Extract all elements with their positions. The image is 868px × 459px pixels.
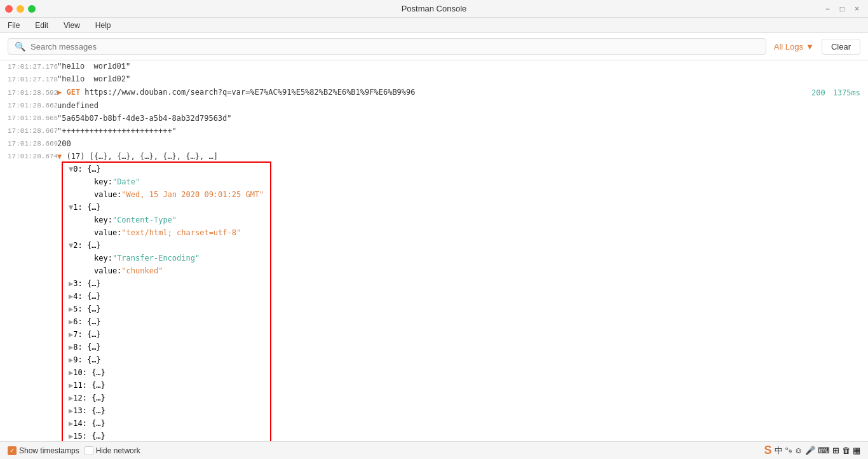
tree-item-1-label: 1: {…} [73,202,100,213]
tree-item-0-value-label: value: [94,189,121,200]
tree-item-14-expand-icon[interactable]: ▶ [69,418,73,429]
tree-item-13: ▶ 13: {…} [0,404,868,417]
tray-icon-mic[interactable]: 🎤 [805,446,815,455]
tree-item-7-label: 7: {…} [73,329,100,340]
maximize-button[interactable] [28,5,36,13]
window-controls [5,5,36,13]
tray-icon-s[interactable]: S [764,444,772,457]
window-title: Postman Console [402,4,467,13]
tree-item-0-key-value: "Date" [112,176,140,188]
log-line: 17:01:27.176 "hello world01" [0,60,868,73]
tree-item-6-expand-icon[interactable]: ▶ [69,316,73,327]
show-timestamps-label[interactable]: ✓ Show timestamps [8,446,79,455]
tray-icon-dot[interactable]: °₉ [785,446,792,455]
tray-icon-grid[interactable]: ⊞ [832,446,839,455]
search-input[interactable] [31,42,759,51]
tray-icon-smile[interactable]: ☺ [794,446,803,455]
tree-item-1-value-str: "text/html; charset=utf-8" [121,227,241,238]
tree-item-2-value: value: "chunked" [0,264,868,277]
show-timestamps-text: Show timestamps [19,446,79,455]
tree-item-10-expand-icon[interactable]: ▶ [69,367,73,378]
menu-help[interactable]: Help [93,20,114,31]
all-logs-button[interactable]: All Logs ▼ [774,42,814,51]
log-content: "hello world01" [57,61,868,72]
menu-view[interactable]: View [61,20,83,31]
clear-button[interactable]: Clear [822,39,860,55]
tree-item-11-label: 11: {…} [73,380,105,391]
log-line: 17:01:28.662 undefined [0,99,868,112]
tree-item-1-key: key: "Content-Type" [0,214,868,226]
tree-item-0-value: value: "Wed, 15 Jan 2020 09:01:25 GMT" [0,188,868,201]
tree-item-2-key: key: "Transfer-Encoding" [0,252,868,264]
tree-item-5: ▶ 5: {…} [0,303,868,315]
tree-item-4: ▶ 4: {…} [0,290,868,303]
win-minimize-btn[interactable]: − [822,3,834,15]
status-left: ✓ Show timestamps Hide network [8,446,140,455]
timestamp: 17:01:28.662 [0,100,57,111]
tree-item-11-expand-icon[interactable]: ▶ [69,380,73,391]
log-content: "++++++++++++++++++++++++" [57,125,868,137]
duration: 1375ms [833,87,860,99]
tray-icon-cn[interactable]: 中 [775,445,783,456]
tree-item-13-expand-icon[interactable]: ▶ [69,405,73,416]
tree-item-6-label: 6: {…} [73,316,100,327]
tray-icon-keyboard[interactable]: ⌨ [818,446,830,455]
hide-network-text: Hide network [96,446,140,455]
tree-item-8-expand-icon[interactable]: ▶ [69,341,73,353]
tray-icon-trash[interactable]: 🗑 [842,446,850,455]
tray-icon-settings[interactable]: ▦ [853,446,860,455]
tree-item-0-collapse-icon[interactable]: ▼ [69,163,73,175]
timestamp: 17:01:27.176 [0,61,57,72]
http-method: GET [66,88,80,97]
timestamp: 17:01:28.665 [0,113,57,124]
menu-file[interactable]: File [5,20,22,31]
tree-item-4-expand-icon[interactable]: ▶ [69,291,73,302]
tree-item-12: ▶ 12: {…} [0,392,868,404]
log-line: 17:01:27.178 "hello world02" [0,73,868,86]
tree-item-9-expand-icon[interactable]: ▶ [69,354,73,366]
hide-network-label[interactable]: Hide network [85,446,140,455]
minimize-button[interactable] [17,5,24,13]
status-bar: ✓ Show timestamps Hide network S 中 °₉ ☺ … [0,441,868,459]
show-timestamps-checkbox[interactable]: ✓ [8,446,17,455]
tree-item-3: ▶ 3: {…} [0,277,868,290]
menu-edit[interactable]: Edit [32,20,51,31]
tree-item-7: ▶ 7: {…} [0,328,868,341]
tree-item-11: ▶ 11: {…} [0,379,868,392]
tree-item-5-expand-icon[interactable]: ▶ [69,303,73,315]
tree-expand-icon[interactable]: ▼ [57,152,66,161]
tree-item-0-key: key: "Date" [0,175,868,188]
tree-item-8-label: 8: {…} [73,341,100,353]
tree-item-1-key-label: key: [94,214,112,226]
tree-item-4-label: 4: {…} [73,291,100,302]
tree-item-1-collapse-icon[interactable]: ▼ [69,202,73,213]
tree-root-summary: (17) [{…}, {…}, {…}, {…}, {…}, …] [66,152,217,161]
hide-network-checkbox[interactable] [85,446,93,455]
tree-item-7-expand-icon[interactable]: ▶ [69,329,73,340]
tree-item-2: ▼ 2: {…} [0,239,868,252]
timestamp: 17:01:28.674 [0,151,57,162]
win-close-btn[interactable]: × [851,3,863,15]
log-line: 17:01:28.669 200 [0,137,868,150]
log-line: 17:01:28.665 "5a654b07-b8bf-4de3-a5b4-8a… [0,112,868,125]
tree-item-8: ▶ 8: {…} [0,341,868,353]
toolbar: 🔍 All Logs ▼ Clear [0,33,868,60]
log-content: undefined [57,100,868,111]
tree-item-2-collapse-icon[interactable]: ▼ [69,240,73,251]
tree-item-3-expand-icon[interactable]: ▶ [69,278,73,289]
log-content: "hello world02" [57,74,868,85]
tree-item-12-expand-icon[interactable]: ▶ [69,392,73,404]
tree-item-1-key-value: "Content-Type" [112,214,177,226]
all-logs-chevron-icon: ▼ [806,42,814,51]
search-container: 🔍 [8,38,766,55]
tree-item-10-label: 10: {…} [73,367,105,378]
console-area[interactable]: 17:01:27.176 "hello world01" 17:01:27.17… [0,60,868,441]
win-restore-btn[interactable]: □ [836,3,848,15]
search-icon: 🔍 [15,41,25,51]
timestamp: 17:01:28.667 [0,125,57,137]
tree-item-15-expand-icon[interactable]: ▶ [69,430,73,441]
close-button[interactable] [5,5,13,13]
tree-root-content: ▼ (17) [{…}, {…}, {…}, {…}, {…}, …] [57,151,218,162]
tree-item-2-label: 2: {…} [73,240,100,251]
tree-item-5-label: 5: {…} [73,303,100,315]
